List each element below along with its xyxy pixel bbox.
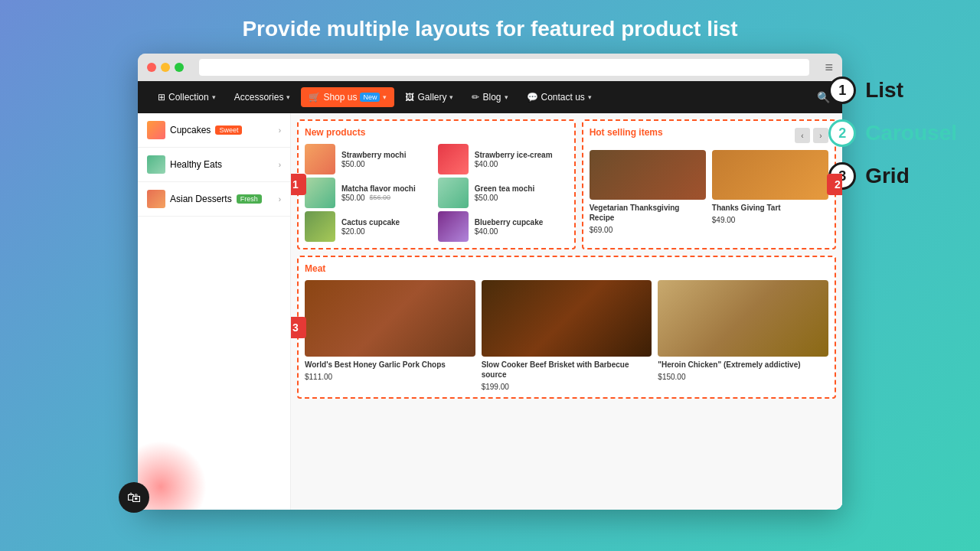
sidebar-item-asian[interactable]: Asian Desserts Fresh › — [138, 182, 290, 217]
product-price-old: $56.00 — [370, 194, 391, 201]
layout-option-grid[interactable]: 3 Grid — [828, 162, 957, 190]
carousel-nav: ‹ › — [795, 128, 828, 143]
chevron-down-icon: ▾ — [588, 93, 592, 101]
product-item-strawberry-icecream[interactable]: Strawberry ice-cream $40.00 — [438, 144, 568, 174]
sidebar-badge-fresh: Fresh — [237, 194, 262, 204]
chevron-down-icon: ▾ — [383, 93, 387, 101]
meat-item-img — [305, 280, 475, 357]
nav-contact[interactable]: 💬 Contact us ▾ — [519, 87, 599, 107]
nav-shopus[interactable]: 🛒 Shop us New ▾ — [301, 87, 394, 107]
product-price: $50.00 — [341, 160, 435, 168]
chevron-down-icon: ▾ — [505, 93, 508, 101]
meat-item-pork[interactable]: World's Best Honey Garlic Pork Chops $11… — [305, 280, 475, 391]
hot-item-tart[interactable]: Thanks Giving Tart $49.00 — [712, 150, 828, 234]
chevron-down-icon: ▾ — [286, 93, 290, 101]
nav-collection[interactable]: ⊞ Collection ▾ — [150, 87, 224, 107]
layout-options-panel: 1 List 2 Carousel 3 Grid — [828, 77, 957, 190]
meat-item-beef[interactable]: Slow Cooker Beef Brisket with Barbecue s… — [482, 280, 652, 391]
hot-item-img — [712, 150, 828, 200]
grid-icon: ⊞ — [158, 92, 165, 103]
product-item-matcha-mochi[interactable]: Matcha flavor mochi $50.00 $56.00 — [305, 178, 435, 208]
meat-item-price: $111.00 — [305, 373, 475, 381]
sidebar-item-cupcakes[interactable]: Cupcakes Sweet › — [138, 113, 290, 148]
hot-selling-header: Hot selling items ‹ › — [590, 127, 828, 144]
close-button[interactable] — [147, 63, 156, 72]
hot-selling-title: Hot selling items — [590, 127, 663, 138]
meat-item-img — [658, 280, 828, 357]
hot-item-name: Vegetarian Thanksgiving Recipe — [590, 203, 706, 223]
nav-bar: ⊞ Collection ▾ Accessories ▾ 🛒 Shop us N… — [138, 81, 842, 113]
sidebar-item-cupcakes-label: Cupcakes — [170, 125, 211, 135]
product-name: Strawberry mochi — [341, 151, 435, 160]
layout-option-list[interactable]: 1 List — [828, 77, 957, 104]
meat-item-name: "Heroin Chicken" (Extremely addictive) — [658, 360, 828, 370]
product-item-green-tea[interactable]: Green tea mochi $50.00 — [438, 178, 568, 208]
healthy-icon — [147, 155, 165, 174]
browser-menu-icon[interactable]: ≡ — [825, 60, 833, 76]
hot-item-thanksgiving[interactable]: Vegetarian Thanksgiving Recipe $69.00 — [590, 150, 706, 234]
product-price: $40.00 — [475, 227, 568, 236]
product-price: $50.00 — [341, 194, 365, 202]
chat-icon: 💬 — [527, 92, 538, 103]
top-row: 1 New products Strawberry mochi — [297, 119, 836, 249]
product-info: Matcha flavor mochi $50.00 $56.00 — [341, 184, 435, 202]
product-thumb — [305, 178, 335, 208]
page-title: Provide multiple layouts for featured pr… — [242, 17, 737, 41]
address-bar[interactable] — [199, 59, 809, 76]
cupcakes-icon — [147, 121, 165, 139]
product-name: Blueberry cupcake — [475, 218, 568, 227]
carousel-prev-button[interactable]: ‹ — [795, 128, 810, 143]
sidebar-item-asian-label: Asian Desserts — [170, 194, 232, 204]
chevron-right-icon: › — [279, 126, 281, 135]
product-thumb — [438, 211, 469, 242]
product-item-blueberry[interactable]: Blueberry cupcake $40.00 — [438, 211, 568, 242]
browser-titlebar: ≡ — [138, 54, 842, 81]
new-products-title: New products — [305, 127, 568, 138]
badge-list: 1 — [291, 174, 306, 195]
meat-title: Meat — [305, 263, 828, 274]
nav-accessories-label: Accessories — [234, 92, 284, 103]
product-thumb — [438, 178, 469, 208]
product-name: Green tea mochi — [475, 184, 568, 194]
maximize-button[interactable] — [175, 63, 184, 72]
product-info: Blueberry cupcake $40.00 — [475, 218, 568, 236]
meat-section: 3 Meat World's Best Honey Garlic Pork Ch… — [297, 256, 836, 399]
sidebar: Cupcakes Sweet › Healthy Eats › Asian De… — [138, 113, 291, 510]
browser-content: ⊞ Collection ▾ Accessories ▾ 🛒 Shop us N… — [138, 81, 842, 510]
nav-accessories[interactable]: Accessories ▾ — [227, 87, 299, 107]
hot-item-price: $49.00 — [712, 216, 828, 224]
hot-item-price: $69.00 — [590, 226, 706, 234]
nav-gallery[interactable]: 🖼 Gallery ▾ — [397, 87, 461, 107]
sidebar-item-healthy[interactable]: Healthy Eats › — [138, 148, 290, 182]
product-info: Strawberry mochi $50.00 — [341, 151, 435, 168]
product-info: Cactus cupcake $20.00 — [341, 218, 435, 236]
carousel-next-button[interactable]: › — [813, 128, 828, 143]
minimize-button[interactable] — [161, 63, 170, 72]
meat-item-chicken[interactable]: "Heroin Chicken" (Extremely addictive) $… — [658, 280, 828, 391]
product-item-strawberry-mochi[interactable]: Strawberry mochi $50.00 — [305, 144, 435, 174]
layout-num-badge-2: 2 — [828, 119, 856, 147]
main-content: Cupcakes Sweet › Healthy Eats › Asian De… — [138, 113, 842, 510]
hot-selling-section: 2 Hot selling items ‹ › — [582, 119, 836, 249]
nav-blog[interactable]: ✏ Blog ▾ — [464, 87, 515, 107]
asian-icon — [147, 190, 165, 208]
cart-icon: 🛒 — [309, 92, 320, 103]
meat-grid: World's Best Honey Garlic Pork Chops $11… — [305, 280, 828, 391]
product-name: Matcha flavor mochi — [341, 184, 435, 194]
layout-label-carousel: Carousel — [865, 121, 957, 145]
layout-num-badge-1: 1 — [828, 77, 856, 104]
pencil-icon: ✏ — [472, 92, 479, 103]
hot-items: Vegetarian Thanksgiving Recipe $69.00 Th… — [590, 150, 828, 234]
badge-carousel: 2 — [827, 174, 842, 195]
shopify-icon[interactable]: 🛍 — [119, 482, 149, 513]
product-thumb — [438, 144, 469, 174]
sidebar-badge-sweet: Sweet — [215, 126, 242, 135]
product-info: Strawberry ice-cream $40.00 — [475, 151, 568, 168]
chevron-down-icon: ▾ — [212, 93, 216, 101]
product-thumb — [305, 211, 335, 242]
badge-grid: 3 — [291, 317, 306, 338]
meat-item-name: World's Best Honey Garlic Pork Chops — [305, 360, 475, 370]
product-item-cactus[interactable]: Cactus cupcake $20.00 — [305, 211, 435, 242]
product-info: Green tea mochi $50.00 — [475, 184, 568, 202]
layout-option-carousel[interactable]: 2 Carousel — [828, 119, 957, 147]
